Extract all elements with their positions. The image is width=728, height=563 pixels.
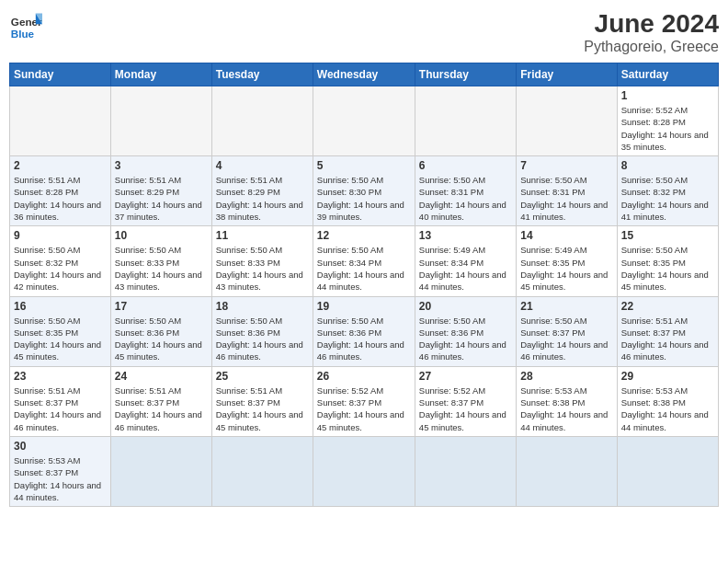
calendar-cell: 21Sunrise: 5:50 AM Sunset: 8:37 PM Dayli…	[517, 296, 617, 366]
header-wednesday: Wednesday	[313, 63, 415, 86]
calendar-cell	[110, 436, 211, 506]
calendar-cell	[313, 436, 415, 506]
week-row-6: 30Sunrise: 5:53 AM Sunset: 8:37 PM Dayli…	[10, 436, 719, 506]
calendar-cell: 14Sunrise: 5:49 AM Sunset: 8:35 PM Dayli…	[517, 226, 617, 296]
week-row-4: 16Sunrise: 5:50 AM Sunset: 8:35 PM Dayli…	[10, 296, 719, 366]
day-number: 26	[317, 370, 411, 383]
calendar-cell: 13Sunrise: 5:49 AM Sunset: 8:34 PM Dayli…	[415, 226, 516, 296]
week-row-2: 2Sunrise: 5:51 AM Sunset: 8:28 PM Daylig…	[10, 156, 719, 226]
day-info: Sunrise: 5:50 AM Sunset: 8:36 PM Dayligh…	[317, 315, 411, 363]
day-info: Sunrise: 5:51 AM Sunset: 8:29 PM Dayligh…	[115, 174, 208, 223]
calendar-cell: 10Sunrise: 5:50 AM Sunset: 8:33 PM Dayli…	[110, 226, 211, 296]
calendar-cell: 2Sunrise: 5:51 AM Sunset: 8:28 PM Daylig…	[10, 156, 111, 226]
day-number: 24	[115, 370, 208, 383]
calendar-cell: 24Sunrise: 5:51 AM Sunset: 8:37 PM Dayli…	[110, 366, 211, 436]
calendar-cell	[211, 86, 313, 156]
day-number: 8	[621, 159, 714, 172]
day-info: Sunrise: 5:53 AM Sunset: 8:37 PM Dayligh…	[14, 454, 107, 503]
calendar-cell	[110, 86, 211, 156]
day-number: 11	[216, 229, 309, 242]
calendar-cell: 29Sunrise: 5:53 AM Sunset: 8:38 PM Dayli…	[617, 366, 718, 436]
calendar-cell: 25Sunrise: 5:51 AM Sunset: 8:37 PM Dayli…	[211, 366, 313, 436]
day-number: 9	[14, 229, 107, 242]
day-info: Sunrise: 5:51 AM Sunset: 8:37 PM Dayligh…	[216, 385, 309, 433]
day-number: 13	[419, 229, 512, 242]
day-info: Sunrise: 5:50 AM Sunset: 8:33 PM Dayligh…	[216, 244, 309, 293]
calendar-cell: 4Sunrise: 5:51 AM Sunset: 8:29 PM Daylig…	[211, 156, 313, 226]
calendar-cell: 26Sunrise: 5:52 AM Sunset: 8:37 PM Dayli…	[313, 366, 415, 436]
calendar-cell	[517, 86, 617, 156]
calendar-cell: 17Sunrise: 5:50 AM Sunset: 8:36 PM Dayli…	[110, 296, 211, 366]
calendar-cell: 23Sunrise: 5:51 AM Sunset: 8:37 PM Dayli…	[10, 366, 111, 436]
calendar-cell: 12Sunrise: 5:50 AM Sunset: 8:34 PM Dayli…	[313, 226, 415, 296]
calendar-cell: 9Sunrise: 5:50 AM Sunset: 8:32 PM Daylig…	[10, 226, 111, 296]
header-thursday: Thursday	[415, 63, 516, 86]
day-number: 16	[14, 300, 107, 313]
day-number: 2	[14, 159, 107, 172]
calendar-cell	[10, 86, 111, 156]
calendar-cell	[313, 86, 415, 156]
day-info: Sunrise: 5:49 AM Sunset: 8:35 PM Dayligh…	[520, 244, 612, 293]
day-number: 22	[621, 300, 714, 313]
svg-text:Blue: Blue	[11, 28, 35, 40]
calendar-cell: 5Sunrise: 5:50 AM Sunset: 8:30 PM Daylig…	[313, 156, 415, 226]
week-row-1: 1Sunrise: 5:52 AM Sunset: 8:28 PM Daylig…	[10, 86, 719, 156]
logo: General Blue	[9, 9, 42, 42]
day-number: 17	[115, 300, 208, 313]
header-sunday: Sunday	[10, 63, 111, 86]
day-number: 15	[621, 229, 714, 242]
day-info: Sunrise: 5:52 AM Sunset: 8:28 PM Dayligh…	[621, 104, 714, 153]
calendar-cell: 16Sunrise: 5:50 AM Sunset: 8:35 PM Dayli…	[10, 296, 111, 366]
day-info: Sunrise: 5:51 AM Sunset: 8:37 PM Dayligh…	[14, 385, 107, 433]
day-number: 27	[419, 370, 512, 383]
day-info: Sunrise: 5:50 AM Sunset: 8:31 PM Dayligh…	[419, 174, 512, 223]
day-number: 19	[317, 300, 411, 313]
week-row-3: 9Sunrise: 5:50 AM Sunset: 8:32 PM Daylig…	[10, 226, 719, 296]
calendar-cell: 19Sunrise: 5:50 AM Sunset: 8:36 PM Dayli…	[313, 296, 415, 366]
day-info: Sunrise: 5:51 AM Sunset: 8:37 PM Dayligh…	[621, 315, 714, 363]
calendar-cell: 22Sunrise: 5:51 AM Sunset: 8:37 PM Dayli…	[617, 296, 718, 366]
day-info: Sunrise: 5:50 AM Sunset: 8:35 PM Dayligh…	[621, 244, 714, 293]
day-number: 28	[520, 370, 612, 383]
calendar-cell: 28Sunrise: 5:53 AM Sunset: 8:38 PM Dayli…	[517, 366, 617, 436]
calendar-header-row: SundayMondayTuesdayWednesdayThursdayFrid…	[10, 63, 719, 86]
day-number: 1	[621, 89, 714, 102]
day-number: 29	[621, 370, 714, 383]
day-info: Sunrise: 5:50 AM Sunset: 8:36 PM Dayligh…	[115, 315, 208, 363]
day-number: 6	[419, 159, 512, 172]
day-info: Sunrise: 5:50 AM Sunset: 8:32 PM Dayligh…	[14, 244, 107, 293]
month-year-title: June 2024	[584, 9, 719, 39]
day-info: Sunrise: 5:51 AM Sunset: 8:29 PM Dayligh…	[216, 174, 309, 223]
page-header: General Blue June 2024 Pythagoreio, Gree…	[9, 9, 719, 55]
calendar-table: SundayMondayTuesdayWednesdayThursdayFrid…	[9, 63, 719, 507]
day-info: Sunrise: 5:51 AM Sunset: 8:37 PM Dayligh…	[115, 385, 208, 433]
calendar-cell	[517, 436, 617, 506]
calendar-cell: 20Sunrise: 5:50 AM Sunset: 8:36 PM Dayli…	[415, 296, 516, 366]
calendar-cell: 6Sunrise: 5:50 AM Sunset: 8:31 PM Daylig…	[415, 156, 516, 226]
day-info: Sunrise: 5:50 AM Sunset: 8:36 PM Dayligh…	[419, 315, 512, 363]
calendar-cell: 11Sunrise: 5:50 AM Sunset: 8:33 PM Dayli…	[211, 226, 313, 296]
day-number: 30	[14, 440, 107, 453]
calendar-cell	[211, 436, 313, 506]
calendar-cell	[415, 436, 516, 506]
day-number: 20	[419, 300, 512, 313]
day-number: 12	[317, 229, 411, 242]
calendar-cell: 30Sunrise: 5:53 AM Sunset: 8:37 PM Dayli…	[10, 436, 111, 506]
calendar-cell: 1Sunrise: 5:52 AM Sunset: 8:28 PM Daylig…	[617, 86, 718, 156]
calendar-cell: 7Sunrise: 5:50 AM Sunset: 8:31 PM Daylig…	[517, 156, 617, 226]
calendar-cell: 15Sunrise: 5:50 AM Sunset: 8:35 PM Dayli…	[617, 226, 718, 296]
day-number: 18	[216, 300, 309, 313]
day-number: 3	[115, 159, 208, 172]
title-block: June 2024 Pythagoreio, Greece	[584, 9, 719, 55]
day-number: 7	[520, 159, 612, 172]
day-info: Sunrise: 5:50 AM Sunset: 8:31 PM Dayligh…	[520, 174, 612, 223]
day-info: Sunrise: 5:50 AM Sunset: 8:33 PM Dayligh…	[115, 244, 208, 293]
header-monday: Monday	[110, 63, 211, 86]
day-number: 5	[317, 159, 411, 172]
day-number: 23	[14, 370, 107, 383]
day-info: Sunrise: 5:52 AM Sunset: 8:37 PM Dayligh…	[419, 385, 512, 433]
calendar-cell: 3Sunrise: 5:51 AM Sunset: 8:29 PM Daylig…	[110, 156, 211, 226]
day-info: Sunrise: 5:53 AM Sunset: 8:38 PM Dayligh…	[621, 385, 714, 433]
day-info: Sunrise: 5:50 AM Sunset: 8:37 PM Dayligh…	[520, 315, 612, 363]
day-info: Sunrise: 5:51 AM Sunset: 8:28 PM Dayligh…	[14, 174, 107, 223]
